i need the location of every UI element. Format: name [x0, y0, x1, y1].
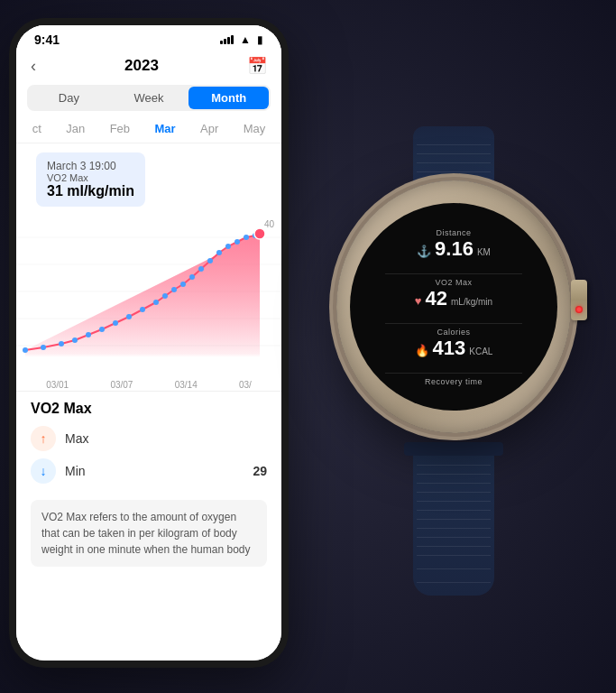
- status-bar: 9:41 ▲ ▮: [16, 25, 281, 51]
- svg-point-17: [180, 282, 186, 287]
- svg-point-24: [244, 235, 249, 240]
- smartwatch: Distance ⚓ 9.16 KM VO2 Max ♥ 42 mL/kg/mi…: [282, 126, 616, 596]
- vo2-max-label: Max: [65, 431, 267, 446]
- strap-line: [417, 555, 491, 556]
- watch-calories-label: Calories: [368, 328, 539, 337]
- strap-line: [417, 474, 491, 475]
- tab-month[interactable]: Month: [188, 87, 269, 109]
- svg-point-20: [207, 258, 213, 263]
- watch-divider-1: [385, 273, 522, 274]
- tooltip-date: March 3 19:00: [47, 160, 134, 172]
- crown-dot: [575, 306, 583, 313]
- battery-icon: ▮: [257, 33, 263, 46]
- vo2-description: VO2 Max refers to the amount of oxygen t…: [31, 500, 267, 567]
- vo2-max-row: ↑ Max: [31, 426, 267, 451]
- strap-line: [417, 144, 491, 145]
- vo2-min-value: 29: [253, 464, 267, 478]
- svg-point-11: [113, 320, 118, 326]
- svg-point-18: [189, 274, 195, 280]
- strap-line: [417, 528, 491, 529]
- watch-distance-icon: ⚓: [417, 245, 431, 258]
- svg-point-12: [126, 314, 132, 319]
- strap-line: [417, 546, 491, 547]
- strap-line: [417, 483, 491, 484]
- watch-metric-recovery: Recovery time: [368, 377, 539, 386]
- watch-metric-calories: Calories 🔥 413 KCAL: [368, 328, 539, 360]
- svg-point-15: [162, 293, 168, 299]
- month-mar[interactable]: Mar: [147, 120, 182, 137]
- svg-point-16: [171, 287, 177, 292]
- watch-calories-icon: 🔥: [415, 344, 429, 357]
- vo2-min-icon: ↓: [31, 458, 56, 484]
- month-jan[interactable]: Jan: [59, 120, 92, 137]
- vo2-title: VO2 Max: [31, 401, 267, 417]
- strap-line: [417, 162, 491, 163]
- chart-x-labels: 03/01 03/07 03/14 03/: [16, 378, 281, 392]
- strap-bottom: [413, 451, 494, 596]
- month-apr[interactable]: Apr: [193, 120, 225, 137]
- strap-connector-bottom: [404, 442, 503, 456]
- watch-recovery-label: Recovery time: [368, 377, 539, 386]
- watch-distance-label: Distance: [368, 228, 539, 237]
- month-prev-prev[interactable]: ct: [25, 120, 49, 137]
- chart-tooltip: March 3 19:00 VO2 Max 31 ml/kg/min: [36, 152, 145, 207]
- tooltip-value: 31 ml/kg/min: [47, 183, 134, 199]
- svg-point-8: [72, 337, 78, 343]
- svg-point-26: [254, 228, 265, 239]
- watch-calories-value: 413: [433, 337, 466, 360]
- watch-case: Distance ⚓ 9.16 KM VO2 Max ♥ 42 mL/kg/mi…: [336, 180, 571, 433]
- watch-face: Distance ⚓ 9.16 KM VO2 Max ♥ 42 mL/kg/mi…: [350, 203, 557, 411]
- vo2-min-row: ↓ Min 29: [31, 458, 267, 484]
- strap-line: [417, 519, 491, 520]
- strap-line: [417, 171, 491, 172]
- vo2-min-label: Min: [65, 464, 253, 478]
- status-time: 9:41: [34, 32, 60, 47]
- x-label-1: 03/01: [46, 380, 69, 390]
- month-may[interactable]: May: [236, 120, 273, 137]
- x-label-4: 03/: [239, 380, 252, 390]
- period-tabs: Day Week Month: [27, 85, 271, 111]
- chart-area: 40: [16, 210, 281, 391]
- status-icons: ▲ ▮: [220, 33, 263, 46]
- svg-point-23: [234, 239, 240, 245]
- watch-calories-unit: KCAL: [469, 346, 492, 356]
- strap-line: [417, 510, 491, 511]
- back-button[interactable]: ‹: [31, 57, 36, 76]
- calendar-icon[interactable]: 📅: [247, 56, 267, 76]
- strap-line: [417, 537, 491, 538]
- watch-vo2-label: VO2 Max: [368, 278, 539, 287]
- svg-point-13: [140, 307, 145, 312]
- tab-week[interactable]: Week: [109, 87, 189, 109]
- svg-point-7: [59, 341, 64, 346]
- strap-line: [417, 465, 491, 466]
- strap-line: [417, 501, 491, 502]
- vo2-max-icon: ↑: [31, 426, 56, 451]
- tab-day[interactable]: Day: [29, 87, 109, 109]
- header-year: 2023: [124, 57, 159, 75]
- svg-point-5: [23, 347, 28, 353]
- watch-vo2-icon: ♥: [415, 294, 422, 308]
- x-label-2: 03/07: [110, 380, 133, 390]
- month-feb[interactable]: Feb: [103, 120, 137, 137]
- svg-point-21: [216, 250, 222, 255]
- crown-button[interactable]: [571, 280, 587, 320]
- svg-point-10: [99, 327, 105, 332]
- wifi-icon: ▲: [240, 33, 251, 46]
- watch-vo2-unit: mL/kg/min: [451, 297, 492, 307]
- strap-line: [417, 153, 491, 154]
- svg-point-19: [198, 266, 204, 272]
- phone-mockup: 9:41 ▲ ▮ ‹ 2023 📅 Day Week Month: [9, 18, 289, 668]
- svg-point-22: [225, 244, 231, 249]
- watch-metric-vo2: VO2 Max ♥ 42 mL/kg/min: [368, 278, 539, 310]
- strap-line: [417, 582, 491, 583]
- watch-distance-value: 9.16: [435, 237, 473, 261]
- vo2-section: VO2 Max ↑ Max ↓ Min 29: [16, 391, 281, 494]
- x-label-3: 03/14: [175, 380, 198, 390]
- app-header: ‹ 2023 📅: [16, 51, 281, 81]
- month-nav: ct Jan Feb Mar Apr May: [16, 115, 281, 143]
- watch-divider-3: [385, 373, 522, 374]
- svg-point-14: [153, 300, 159, 305]
- strap-line: [417, 568, 491, 569]
- chart-y-label: 40: [264, 219, 274, 229]
- watch-divider-2: [385, 323, 522, 324]
